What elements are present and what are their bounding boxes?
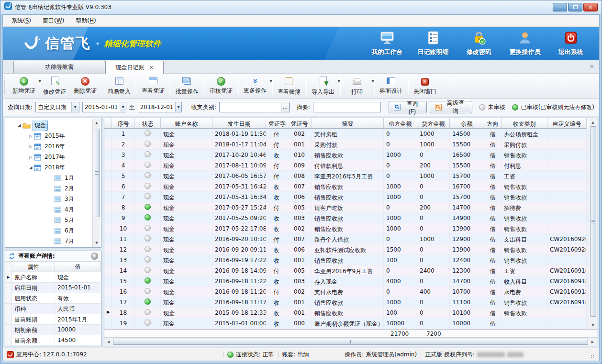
grid-row[interactable]: 10现金2017-05-22 17:08收002销售应收款1000013900借… — [104, 223, 597, 234]
search-button[interactable]: 查询(F) — [389, 101, 427, 113]
property-row[interactable]: 启用状态有效 — [5, 293, 101, 304]
expand-icon[interactable]: ▷ — [27, 134, 34, 138]
tree-item-year-0[interactable]: ▷2015年 — [5, 131, 101, 141]
h-scroll-thumb[interactable] — [113, 339, 588, 345]
tree-item-month-4[interactable]: 5月 — [5, 215, 101, 225]
column-header-summary[interactable]: 摘要 — [312, 118, 384, 129]
grid-row[interactable]: 12现金2016-09-20 09:11收006亚拓软件测试应收款1500013… — [104, 244, 597, 255]
toolbar-button-easy-entry[interactable]: 简易录入 — [104, 75, 134, 97]
column-header-balance[interactable]: 余额 — [450, 118, 484, 129]
menu-item-1[interactable]: 窗口(W) — [38, 15, 69, 26]
toolbar-button-edit-voucher[interactable]: ✎修改凭证 — [39, 75, 70, 97]
toolbar-button-batch-operations[interactable]: 批量操作 — [172, 75, 202, 97]
banner-action-change-password[interactable]: 修改密码 — [459, 31, 499, 56]
property-row[interactable]: 启用日期2015-01-01 — [5, 283, 101, 293]
grid-row[interactable]: 1现金2018-01-19 11:50付002支付房租0100014500借办公… — [104, 129, 597, 139]
grid-row[interactable]: 4现金2017-08-11 10:09付009付借款利息020015500借付利… — [104, 160, 597, 171]
menu-item-2[interactable]: 帮助(H) — [71, 15, 100, 26]
toolbar-button-delete-voucher[interactable]: ✕删除凭证 — [70, 75, 100, 97]
expand-icon[interactable]: ▷ — [27, 144, 34, 149]
toolbar-grip[interactable] — [4, 77, 8, 94]
expand-icon[interactable]: ▷ — [27, 155, 34, 159]
tree-item-year-2[interactable]: ▷2017年 — [5, 152, 101, 162]
tree-item-month-1[interactable]: 2月 — [5, 183, 101, 194]
toolbar-button-import-export[interactable]: ▼导入导出▼ — [308, 75, 338, 97]
collapse-icon[interactable]: ◢ — [27, 165, 34, 170]
grid-row[interactable]: 17现金2016-09-18 11:17收001销售应收款1000011100借… — [104, 297, 597, 308]
tree-item-month-0[interactable]: 1月 — [5, 173, 101, 183]
tab-function-nav[interactable]: 功能导航窗 — [13, 61, 105, 73]
property-row[interactable]: 当前账期2015年1月 — [5, 314, 101, 325]
grid-row[interactable]: 16现金2016-09-18 11:20付002支付水电费040010700借水… — [104, 287, 597, 297]
toolbar-button-view-voucher[interactable]: 查看凭证 — [138, 75, 168, 97]
scroll-down-icon[interactable]: ▼ — [93, 239, 101, 247]
property-row[interactable]: 币种人民币 — [5, 304, 101, 314]
grid-row[interactable]: 5现金2017-06-05 16:57付008李亚男2016年5月工资01000… — [104, 171, 597, 181]
minimize-button[interactable]: — — [553, 3, 567, 11]
close-button[interactable]: ✕ — [583, 3, 598, 11]
grid-row[interactable]: 9现金2017-05-25 09:20收003销售应收款1000014900借销… — [104, 213, 597, 223]
resize-grip[interactable] — [591, 354, 595, 359]
tree-item-month-2[interactable]: 3月 — [5, 194, 101, 204]
toolbar-button-close-window[interactable]: ✕关闭窗口 — [410, 75, 440, 97]
grid-row[interactable]: 15现金2016-09-18 11:22收003存入现金4000014700借收… — [104, 276, 597, 287]
grid-row[interactable]: 19现金2015-01-01 00:00收000账户期初余额凭证（现金）1000… — [104, 318, 597, 329]
date-to-combo[interactable]: 2018-12-01 ▼ — [138, 102, 182, 112]
grid-row[interactable]: 7现金2017-05-31 16:34收006销售应收款1000015700借销… — [104, 192, 597, 202]
date-type-combo[interactable]: 自定义日期 ▼ — [35, 102, 79, 112]
v-scroll-thumb[interactable] — [590, 126, 596, 317]
dropdown-arrow-icon[interactable]: ▼ — [372, 79, 374, 83]
tree-item-year-1[interactable]: ▷2016年 — [5, 141, 101, 152]
panel-close-icon[interactable]: ✕ — [590, 63, 594, 70]
column-header-code[interactable]: 自定义编号 — [547, 118, 587, 129]
grid-horizontal-scrollbar[interactable]: ◀ ▶ — [104, 338, 597, 346]
toolbar-button-print[interactable]: 打印▼ — [342, 75, 372, 97]
tab-cash-journal[interactable]: 现金日记账 ✕ — [105, 61, 164, 74]
property-row[interactable]: ▶账户名称现金 — [5, 272, 101, 283]
date-from-combo[interactable]: 2015-01-01 ▼ — [82, 102, 126, 112]
chevron-down-icon[interactable]: ▼ — [120, 102, 125, 112]
scroll-up-icon[interactable]: ▲ — [93, 119, 101, 127]
toolbar-button-view-ledger[interactable]: 查看账簿 — [274, 75, 304, 97]
column-header-no[interactable]: 序号 — [112, 118, 135, 129]
grid-row[interactable]: 2现金2018-01-17 11:04付001采购付款0100015500借采购… — [104, 139, 597, 150]
chevron-down-icon[interactable]: ▼ — [71, 102, 79, 112]
banner-action-my-workbench[interactable]: 我的工作台 — [368, 31, 407, 56]
maximize-button[interactable] — [568, 3, 582, 11]
scroll-right-icon[interactable]: ▶ — [589, 338, 597, 346]
refresh-icon[interactable] — [8, 253, 15, 260]
property-row[interactable]: 当前余额14500 — [5, 335, 101, 346]
advanced-search-button[interactable]: 高级查询 — [430, 101, 472, 113]
tree-item-month-6[interactable]: 7月 — [5, 236, 101, 246]
category-picker-button[interactable]: … — [281, 103, 290, 111]
column-header-credit[interactable]: 贷方金额 — [417, 118, 450, 129]
column-header-voucher-word[interactable]: 凭证字 — [266, 118, 287, 129]
banner-action-exit-system[interactable]: 退出系统 — [551, 31, 591, 56]
summary-input[interactable] — [313, 102, 381, 112]
grid-row[interactable]: 6现金2017-05-31 16:42收007销售应收款1000016700借销… — [104, 181, 597, 192]
chevron-down-icon[interactable]: ▼ — [175, 102, 181, 112]
scroll-left-icon[interactable]: ◀ — [104, 338, 112, 346]
category-input[interactable] — [219, 102, 290, 112]
grid-row[interactable]: 14现金2016-09-18 14:09付005李亚男2016年9月工资0240… — [104, 265, 597, 276]
column-header-category[interactable]: 收支类别 — [502, 118, 547, 129]
tree-item-cash[interactable]: ◢现金 — [5, 120, 101, 131]
column-header-account[interactable]: 账户名称 — [161, 118, 212, 129]
toolbar-button-audit-voucher[interactable]: ✓审核凭证 — [206, 75, 236, 97]
grid-row[interactable]: ▶18现金2015-09-18 12:33收001销售应收款100010100借… — [104, 308, 597, 318]
tree-item-year-3[interactable]: ◢2018年 — [5, 162, 101, 173]
column-header-direction[interactable]: 方向 — [484, 118, 502, 129]
dropdown-arrow-icon[interactable]: ▼ — [270, 79, 272, 83]
collapse-icon[interactable]: ◢ — [16, 123, 22, 128]
grid-vertical-scrollbar[interactable]: ▲ ▼ — [589, 118, 597, 329]
column-header-debit[interactable]: 借方金额 — [384, 118, 417, 129]
column-header-status[interactable]: 状态 — [135, 118, 161, 129]
toolbar-button-add-voucher[interactable]: +新增凭证▼ — [9, 75, 39, 97]
column-header-date[interactable]: 发生日期 — [212, 118, 266, 129]
toolbar-button-more-operations[interactable]: »更多操作▼ — [240, 75, 270, 97]
grid-row[interactable]: 11现金2016-09-20 10:10付007路丹个人借款0100012900… — [104, 234, 597, 244]
dropdown-arrow-icon[interactable]: ▼ — [338, 79, 340, 83]
account-detail-close-icon[interactable]: ✕ — [91, 253, 98, 260]
tree-scrollbar[interactable]: ▲ ▼ — [92, 119, 100, 247]
tree-item-month-5[interactable]: 6月 — [5, 225, 101, 236]
